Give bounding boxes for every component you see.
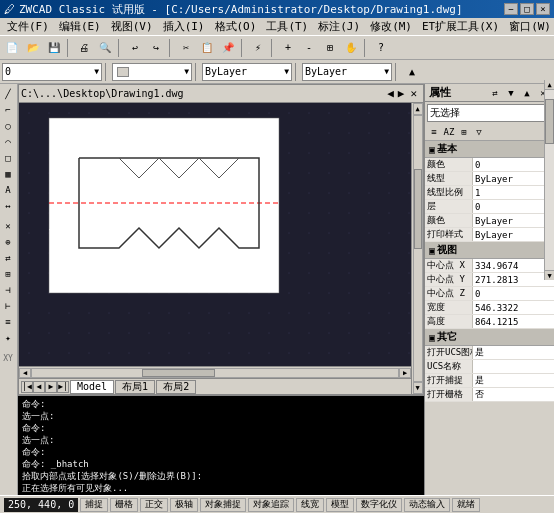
drawing-close[interactable]: ✕: [406, 87, 421, 100]
layer-select[interactable]: 0 ▼: [2, 63, 102, 81]
prop-value-layer[interactable]: 0: [473, 200, 554, 213]
status-ortho[interactable]: 正交: [140, 498, 168, 512]
draw-rect-button[interactable]: □: [0, 150, 16, 166]
extend-button[interactable]: ⊢: [0, 298, 16, 314]
drawing-nav-left[interactable]: ◀: [385, 87, 396, 100]
prop-value-color[interactable]: 0: [473, 158, 554, 171]
draw-polyline-button[interactable]: ⌐: [0, 102, 16, 118]
prop-icon-3[interactable]: ▲: [520, 86, 534, 100]
status-osnap[interactable]: 对象捕捉: [200, 498, 246, 512]
prop-vscroll-track[interactable]: [545, 90, 554, 270]
draw-circle-button[interactable]: ○: [0, 118, 16, 134]
prop-section-misc[interactable]: ▣ 其它: [425, 329, 554, 346]
menu-view[interactable]: 视图(V): [106, 18, 158, 35]
prop-vscroll-thumb[interactable]: [545, 99, 554, 144]
status-lineweight[interactable]: 线宽: [296, 498, 324, 512]
prop-value-width[interactable]: 546.3322: [473, 301, 554, 314]
prop-vscroll-down[interactable]: ▼: [545, 270, 554, 280]
status-dynin[interactable]: 动态输入: [404, 498, 450, 512]
menu-modify[interactable]: 修改(M): [365, 18, 417, 35]
pan-button[interactable]: ✋: [341, 38, 361, 58]
prop-value-grid[interactable]: 否: [473, 388, 554, 401]
menu-file[interactable]: 文件(F): [2, 18, 54, 35]
prop-custom-icon[interactable]: ⊞: [457, 125, 471, 139]
properties-selector[interactable]: 无选择 ▼: [427, 104, 552, 122]
status-model[interactable]: 模型: [326, 498, 354, 512]
prop-icon-2[interactable]: ▼: [504, 86, 518, 100]
draw-arc-button[interactable]: ⌒: [0, 134, 16, 150]
lineweight-select[interactable]: ByLayer ▼: [302, 63, 392, 81]
menu-edit[interactable]: 编辑(E): [54, 18, 106, 35]
tab-layout1[interactable]: 布局1: [115, 380, 155, 394]
close-button[interactable]: ×: [536, 3, 550, 15]
prop-alpha-icon[interactable]: AZ: [442, 125, 456, 139]
move-button[interactable]: ⊞: [0, 266, 16, 282]
copy-button[interactable]: 📋: [197, 38, 217, 58]
status-digitize[interactable]: 数字化仪: [356, 498, 402, 512]
layout-nav-first[interactable]: |◀: [21, 381, 33, 393]
menu-tools[interactable]: 工具(T): [261, 18, 313, 35]
h-scroll-right[interactable]: ▶: [399, 368, 411, 378]
layout-nav-prev[interactable]: ◀: [33, 381, 45, 393]
status-otrack[interactable]: 对象追踪: [248, 498, 294, 512]
prop-value-ucsicon[interactable]: 是: [473, 346, 554, 359]
prop-section-basic[interactable]: ▣ 基本: [425, 141, 554, 158]
redo-button[interactable]: ↪: [146, 38, 166, 58]
new-button[interactable]: 📄: [2, 38, 22, 58]
status-snap[interactable]: 捕捉: [80, 498, 108, 512]
color-select[interactable]: ▼: [112, 63, 192, 81]
prop-value-ltscale[interactable]: 1: [473, 186, 554, 199]
prop-value-height[interactable]: 864.1215: [473, 315, 554, 328]
drawing-nav-right[interactable]: ▶: [396, 87, 407, 100]
prop-toggle-icon[interactable]: ▽: [472, 125, 486, 139]
status-polar[interactable]: 极轴: [170, 498, 198, 512]
v-scroll-up[interactable]: ▲: [413, 103, 423, 115]
h-scroll-track[interactable]: [31, 368, 399, 378]
menu-format[interactable]: 格式(O): [210, 18, 262, 35]
mirror-button[interactable]: ⇄: [0, 250, 16, 266]
print-preview-button[interactable]: 🔍: [95, 38, 115, 58]
canvas-area[interactable]: X Y: [19, 103, 411, 366]
save-button[interactable]: 💾: [44, 38, 64, 58]
prop-vscroll[interactable]: ▲ ▼: [544, 84, 554, 280]
prop-section-view[interactable]: ▣ 视图: [425, 242, 554, 259]
v-scroll-down[interactable]: ▼: [413, 382, 423, 394]
cut-button[interactable]: ✂: [176, 38, 196, 58]
prop-value-linetype[interactable]: ByLayer: [473, 172, 554, 185]
command-area[interactable]: 命令: 选一点: 命令: 选一点: 命令: 命令: _bhatch 拾取内部点或…: [18, 395, 424, 495]
minimize-button[interactable]: −: [504, 3, 518, 15]
menu-dimension[interactable]: 标注(J): [313, 18, 365, 35]
status-grid[interactable]: 栅格: [110, 498, 138, 512]
hatch-button[interactable]: ▦: [0, 166, 16, 182]
paste-button[interactable]: 📌: [218, 38, 238, 58]
trim-button[interactable]: ⊣: [0, 282, 16, 298]
prop-value-cz[interactable]: 0: [473, 287, 554, 300]
offset-button[interactable]: ≡: [0, 314, 16, 330]
text-button[interactable]: A: [0, 182, 16, 198]
v-scrollbar[interactable]: ▲ ▼: [411, 103, 423, 394]
maximize-button[interactable]: □: [520, 3, 534, 15]
prop-cat-icon[interactable]: ≡: [427, 125, 441, 139]
dimension-button[interactable]: ↔: [0, 198, 16, 214]
tab-layout2[interactable]: 布局2: [156, 380, 196, 394]
zoom-out-button[interactable]: -: [299, 38, 319, 58]
explode-button[interactable]: ✦: [0, 330, 16, 346]
v-scroll-thumb[interactable]: [414, 169, 422, 249]
undo-button[interactable]: ↩: [125, 38, 145, 58]
zoom-in-button[interactable]: +: [278, 38, 298, 58]
plot-style-button[interactable]: ▲: [402, 62, 422, 82]
menu-window[interactable]: 窗口(W): [504, 18, 554, 35]
menu-et[interactable]: ET扩展工具(X): [417, 18, 504, 35]
h-scrollbar[interactable]: ◀ ▶: [19, 366, 411, 378]
prop-value-cx[interactable]: 334.9674: [473, 259, 554, 272]
layout-nav-next[interactable]: ▶: [45, 381, 57, 393]
prop-value-color2[interactable]: ByLayer: [473, 214, 554, 227]
erase-button[interactable]: ✕: [0, 218, 16, 234]
help-button[interactable]: ?: [371, 38, 391, 58]
tab-model[interactable]: Model: [70, 380, 114, 394]
layout-nav-last[interactable]: ▶|: [57, 381, 69, 393]
prop-value-plotstyle[interactable]: ByLayer: [473, 228, 554, 241]
prop-value-cy[interactable]: 271.2813: [473, 273, 554, 286]
copy-obj-button[interactable]: ⊕: [0, 234, 16, 250]
v-scroll-track[interactable]: [413, 115, 423, 382]
